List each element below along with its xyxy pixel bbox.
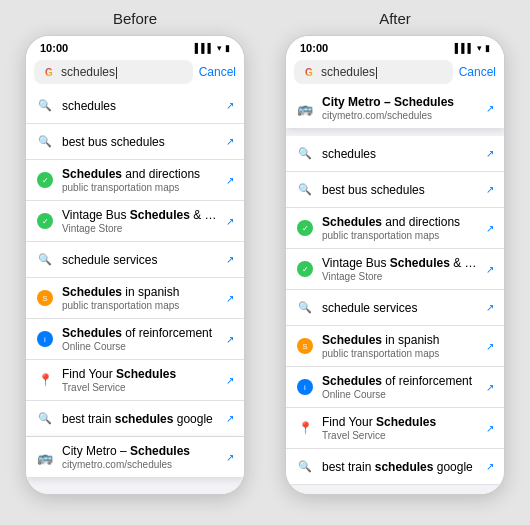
list-item[interactable]: 🔍 best train schedules google ↗ — [286, 449, 504, 485]
city-metro-item[interactable]: 🚌 City Metro – Schedules citymetro.com/s… — [26, 437, 244, 477]
suggestion-sub: public transportation maps — [322, 230, 478, 241]
search-icon: 🔍 — [296, 299, 314, 317]
arrow-icon: ↗ — [226, 100, 234, 111]
search-icon: 🔍 — [296, 145, 314, 163]
arrow-icon: ↗ — [226, 413, 234, 424]
list-item[interactable]: 🔍 best bus schedules ↗ — [286, 172, 504, 208]
suggestion-sub: public transportation maps — [62, 182, 218, 193]
list-item[interactable]: 🔍 best bus schedules ↗ — [26, 124, 244, 160]
after-status-icons: ▌▌▌ ▾ ▮ — [455, 43, 490, 53]
city-metro-item[interactable]: 🚌 City Metro – Schedules citymetro.com/s… — [286, 88, 504, 128]
arrow-icon: ↗ — [226, 175, 234, 186]
list-item[interactable]: ✓ Schedules and directions public transp… — [286, 208, 504, 249]
arrow-icon: ↗ — [486, 264, 494, 275]
after-search-text: schedules — [321, 65, 445, 79]
suggestion-content: Find Your Schedules Travel Service — [322, 415, 478, 441]
before-time: 10:00 — [40, 42, 68, 54]
list-item[interactable]: i Schedules of reinforcement Online Cour… — [286, 367, 504, 408]
after-suggestions-list: 🚌 City Metro – Schedules citymetro.com/s… — [286, 88, 504, 494]
list-item[interactable]: 📍 Find Your Schedules Travel Service ↗ — [26, 360, 244, 401]
comparison-container: Before 10:00 ▌▌▌ ▾ ▮ G schedules C — [0, 0, 530, 525]
search-icon: 🔍 — [36, 410, 54, 428]
suggestion-main: Vintage Bus Schedules & Maps — [62, 208, 218, 222]
arrow-icon: ↗ — [226, 136, 234, 147]
cursor — [116, 67, 117, 79]
arrow-icon: ↗ — [486, 341, 494, 352]
signal-icon: ▌▌▌ — [195, 43, 214, 53]
list-item[interactable]: 📍 Find Your Schedules Travel Service ↗ — [286, 408, 504, 449]
suggestion-content: Schedules in spanish public transportati… — [62, 285, 218, 311]
suggestion-sub: citymetro.com/schedules — [322, 110, 478, 121]
list-item[interactable]: 🔍 schedule services ↗ — [286, 290, 504, 326]
list-item[interactable]: S Schedules in spanish public transporta… — [286, 326, 504, 367]
after-search-bar[interactable]: G schedules — [294, 60, 453, 84]
suggestion-sub: citymetro.com/schedules — [62, 459, 218, 470]
green-icon: ✓ — [296, 260, 314, 278]
before-status-icons: ▌▌▌ ▾ ▮ — [195, 43, 230, 53]
suggestion-main: Find Your Schedules — [62, 367, 218, 381]
bus-icon: 🚌 — [36, 448, 54, 466]
google-logo: G — [42, 65, 56, 79]
after-cancel-button[interactable]: Cancel — [459, 65, 496, 79]
suggestion-content: schedules — [322, 147, 478, 161]
suggestion-content: schedules — [62, 99, 218, 113]
pin-icon: 📍 — [296, 419, 314, 437]
after-phone: 10:00 ▌▌▌ ▾ ▮ G schedules Cancel — [285, 35, 505, 495]
google-logo: G — [302, 65, 316, 79]
suggestion-content: Schedules in spanish public transportati… — [322, 333, 478, 359]
after-search-bar-row: G schedules Cancel — [286, 56, 504, 88]
suggestion-main: Schedules of reinforcement — [322, 374, 478, 388]
search-icon: 🔍 — [36, 97, 54, 115]
suggestion-content: schedule services — [62, 253, 218, 267]
suggestion-main: Find Your Schedules — [322, 415, 478, 429]
search-icon: 🔍 — [296, 181, 314, 199]
arrow-icon: ↗ — [226, 375, 234, 386]
suggestion-content: Find Your Schedules Travel Service — [62, 367, 218, 393]
list-item[interactable]: ✓ Vintage Bus Schedules & Maps Vintage S… — [26, 201, 244, 242]
wifi-icon: ▾ — [217, 43, 222, 53]
suggestion-content: Vintage Bus Schedules & Maps Vintage Sto… — [322, 256, 478, 282]
arrow-icon: ↗ — [486, 302, 494, 313]
arrow-icon: ↗ — [486, 423, 494, 434]
suggestion-content: best bus schedules — [62, 135, 218, 149]
arrow-icon: ↗ — [226, 293, 234, 304]
after-panel: After 10:00 ▌▌▌ ▾ ▮ G schedules Ca — [265, 10, 525, 520]
list-item[interactable]: ✓ Schedules and directions public transp… — [26, 160, 244, 201]
suggestion-main: Schedules in spanish — [322, 333, 478, 347]
list-item[interactable]: S Schedules in spanish public transporta… — [26, 278, 244, 319]
list-item[interactable]: 🔍 schedules ↗ — [26, 88, 244, 124]
suggestion-sub: Online Course — [62, 341, 218, 352]
list-item[interactable]: 🔍 schedule services ↗ — [26, 242, 244, 278]
after-label: After — [379, 10, 411, 27]
suggestion-sub: Travel Service — [322, 430, 478, 441]
search-icon: 🔍 — [36, 251, 54, 269]
suggestion-main: Schedules of reinforcement — [62, 326, 218, 340]
search-icon: 🔍 — [296, 458, 314, 476]
suggestion-main: best train schedules google — [62, 412, 218, 426]
arrow-icon: ↗ — [486, 223, 494, 234]
list-item[interactable]: 🔍 best train schedules google ↗ — [26, 401, 244, 437]
suggestion-main: Vintage Bus Schedules & Maps — [322, 256, 478, 270]
suggestion-main: schedules — [62, 99, 218, 113]
green-icon: ✓ — [36, 212, 54, 230]
before-label: Before — [113, 10, 157, 27]
battery-icon: ▮ — [485, 43, 490, 53]
suggestion-content: Vintage Bus Schedules & Maps Vintage Sto… — [62, 208, 218, 234]
suggestion-main: best bus schedules — [62, 135, 218, 149]
orange-icon: S — [36, 289, 54, 307]
green-icon: ✓ — [296, 219, 314, 237]
suggestion-main: Schedules and directions — [62, 167, 218, 181]
arrow-icon: ↗ — [486, 103, 494, 114]
suggestion-main: Schedules in spanish — [62, 285, 218, 299]
arrow-icon: ↗ — [486, 148, 494, 159]
blue-icon: i — [36, 330, 54, 348]
list-item[interactable]: 🔍 schedules ↗ — [286, 136, 504, 172]
after-status-bar: 10:00 ▌▌▌ ▾ ▮ — [286, 36, 504, 56]
before-search-bar[interactable]: G schedules — [34, 60, 193, 84]
suggestion-main: City Metro – Schedules — [62, 444, 218, 458]
arrow-icon: ↗ — [486, 461, 494, 472]
list-item[interactable]: i Schedules of reinforcement Online Cour… — [26, 319, 244, 360]
list-item[interactable]: ✓ Vintage Bus Schedules & Maps Vintage S… — [286, 249, 504, 290]
before-cancel-button[interactable]: Cancel — [199, 65, 236, 79]
suggestion-main: best bus schedules — [322, 183, 478, 197]
